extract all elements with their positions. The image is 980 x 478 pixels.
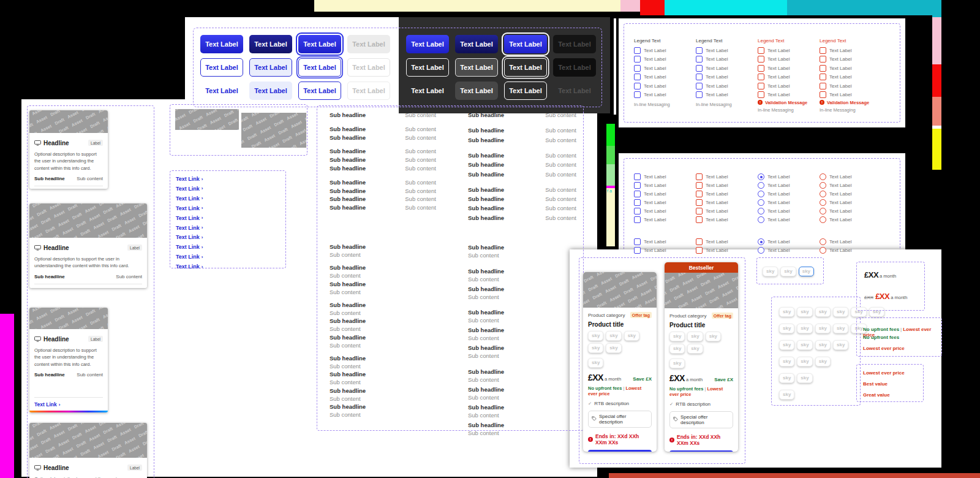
checkbox[interactable]: [820, 83, 826, 89]
button-tertiary-focus-dark[interactable]: Text Label: [504, 82, 547, 100]
text-link[interactable]: Text Link›: [176, 215, 203, 221]
checkbox-label[interactable]: Text Label: [706, 74, 728, 80]
checkbox[interactable]: [696, 238, 703, 245]
radio[interactable]: [820, 182, 826, 189]
sky-chip[interactable]: sky: [687, 332, 703, 341]
text-link[interactable]: Text Link›: [34, 288, 142, 289]
checkbox[interactable]: [820, 56, 826, 63]
button-tertiary-hover-dark[interactable]: Text Label: [455, 82, 498, 100]
button-tertiary-focus-light[interactable]: Text Label: [298, 82, 341, 100]
button-secondary-hover-dark[interactable]: Text Label: [455, 58, 498, 77]
checkbox[interactable]: [820, 74, 826, 80]
radio-label[interactable]: Text Label: [767, 208, 790, 214]
sky-chip[interactable]: sky: [833, 307, 848, 317]
checkbox[interactable]: [696, 199, 703, 206]
checkbox[interactable]: [634, 83, 641, 89]
checkbox-label[interactable]: Text Label: [644, 174, 666, 180]
checkbox-label[interactable]: Text Label: [706, 66, 728, 71]
sky-chip[interactable]: sky: [779, 373, 794, 383]
checkbox[interactable]: [634, 56, 641, 63]
radio-label[interactable]: Text Label: [829, 200, 851, 205]
sky-chip[interactable]: sky: [588, 358, 603, 368]
checkbox[interactable]: [758, 56, 764, 63]
button-secondary-disabled-light[interactable]: Text Label: [347, 58, 390, 77]
radio-label[interactable]: Text Label: [829, 183, 851, 188]
sky-chip[interactable]: sky: [797, 307, 812, 317]
checkbox[interactable]: [696, 208, 703, 214]
checkbox-label[interactable]: Text Label: [706, 174, 728, 180]
info-card[interactable]: Draft Asset Draft Asset Draft Asset Draf…: [29, 308, 108, 412]
radio-label[interactable]: Text Label: [829, 208, 851, 214]
radio-label[interactable]: Text Label: [829, 174, 851, 180]
checkbox-label[interactable]: Text Label: [644, 74, 666, 80]
checkbox[interactable]: [696, 74, 703, 80]
radio[interactable]: [820, 208, 826, 214]
radio[interactable]: [820, 199, 826, 206]
checkbox[interactable]: [634, 182, 641, 189]
sky-chip[interactable]: sky: [815, 340, 831, 350]
checkbox-label[interactable]: Text Label: [829, 92, 851, 97]
radio[interactable]: [820, 247, 826, 254]
text-link[interactable]: Text Link›: [176, 264, 203, 270]
sky-chip[interactable]: sky: [833, 340, 848, 350]
radio-label[interactable]: Text Label: [829, 239, 851, 245]
radio-label[interactable]: Text Label: [767, 200, 790, 205]
text-link[interactable]: Text Link›: [176, 186, 203, 192]
button-secondary-default-light[interactable]: Text Label: [200, 58, 243, 77]
sky-chip[interactable]: sky: [687, 344, 703, 354]
checkbox[interactable]: [634, 191, 641, 197]
checkbox-label[interactable]: Text Label: [706, 239, 728, 245]
radio[interactable]: [758, 216, 764, 223]
button-secondary-focus-dark[interactable]: Text Label: [504, 58, 547, 77]
sky-chip[interactable]: sky: [815, 324, 831, 333]
checkbox-label[interactable]: Text Label: [644, 208, 666, 214]
checkbox-label[interactable]: Text Label: [706, 183, 728, 188]
radio[interactable]: [758, 191, 764, 197]
descriptive-cta-button[interactable]: Descriptive CTA: [669, 450, 733, 452]
product-card[interactable]: Draft Asset Draft Asset Draft Asset Draf…: [583, 272, 657, 452]
radio[interactable]: [820, 173, 826, 180]
radio[interactable]: [758, 199, 764, 206]
sky-chip[interactable]: sky: [797, 357, 812, 366]
radio[interactable]: [758, 208, 764, 214]
text-link[interactable]: Text Link›: [176, 176, 203, 182]
sky-chip[interactable]: sky: [669, 358, 685, 368]
text-link[interactable]: Text Link›: [176, 244, 203, 250]
button-secondary-default-dark[interactable]: Text Label: [406, 58, 449, 77]
checkbox-label[interactable]: Text Label: [829, 56, 851, 62]
radio-label[interactable]: Text Label: [767, 239, 790, 245]
checkbox[interactable]: [634, 216, 641, 223]
checkbox-label[interactable]: Text Label: [706, 83, 728, 89]
radio-label[interactable]: Text Label: [829, 217, 851, 222]
checkbox[interactable]: [758, 47, 764, 54]
radio[interactable]: [758, 247, 764, 254]
radio[interactable]: [758, 173, 764, 180]
button-secondary-disabled-dark[interactable]: Text Label: [553, 58, 596, 77]
checkbox[interactable]: [696, 173, 703, 180]
sky-chip[interactable]: sky: [797, 340, 812, 350]
checkbox[interactable]: [696, 56, 703, 63]
radio[interactable]: [758, 182, 764, 189]
checkbox[interactable]: [696, 47, 703, 54]
sky-chip[interactable]: sky: [606, 331, 621, 341]
checkbox[interactable]: [696, 191, 703, 197]
checkbox-label[interactable]: Text Label: [644, 92, 666, 97]
checkbox-label[interactable]: Text Label: [644, 56, 666, 62]
radio-label[interactable]: Text Label: [829, 248, 851, 253]
radio[interactable]: [820, 216, 826, 223]
radio[interactable]: [758, 238, 764, 245]
text-link[interactable]: Text Link›: [176, 225, 203, 231]
descriptive-cta-button[interactable]: Descriptive CTA: [588, 450, 652, 452]
sky-chip[interactable]: sky: [779, 324, 794, 333]
checkbox-label[interactable]: Text Label: [767, 56, 790, 62]
special-offer-box[interactable]: Special offer description: [669, 411, 733, 428]
checkbox[interactable]: [634, 91, 641, 98]
sky-chip[interactable]: sky: [779, 390, 794, 400]
sky-chip[interactable]: sky: [669, 332, 685, 341]
checkbox-label[interactable]: Text Label: [644, 66, 666, 71]
checkbox-label[interactable]: Text Label: [829, 83, 851, 89]
checkbox[interactable]: [820, 65, 826, 72]
button-tertiary-default-dark[interactable]: Text Label: [406, 82, 449, 100]
button-primary-disabled-light[interactable]: Text Label: [347, 35, 390, 53]
checkbox[interactable]: [634, 47, 641, 54]
